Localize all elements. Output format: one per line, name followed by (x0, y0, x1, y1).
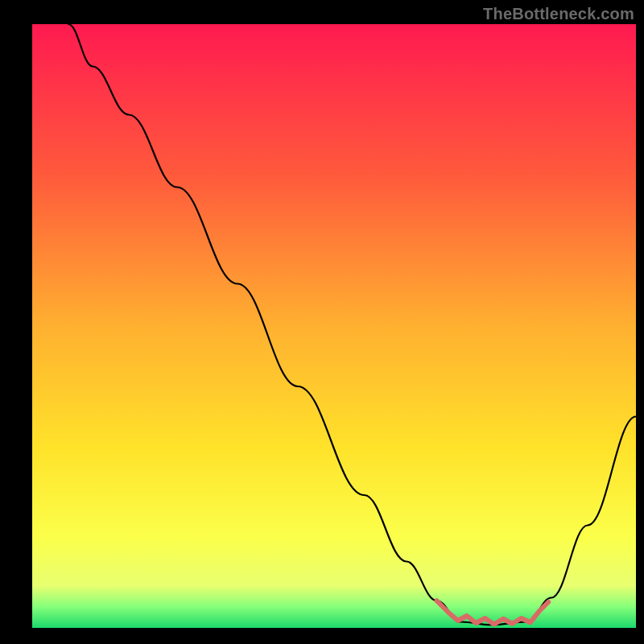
bottleneck-chart (0, 0, 644, 644)
watermark-label: TheBottleneck.com (483, 5, 634, 23)
plot-background (32, 24, 636, 628)
chart-container: TheBottleneck.com (0, 0, 644, 644)
